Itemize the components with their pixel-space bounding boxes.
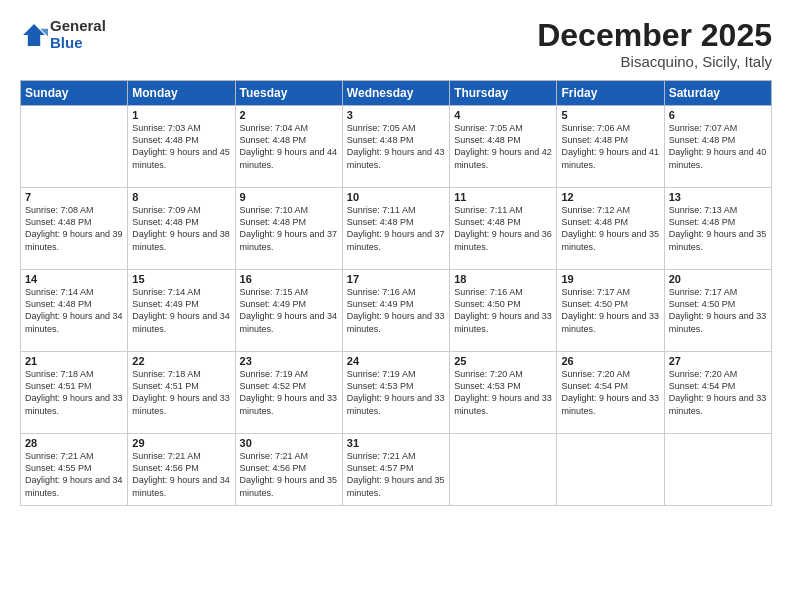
day-number: 23 bbox=[240, 355, 338, 367]
day-info: Sunrise: 7:21 AM Sunset: 4:56 PM Dayligh… bbox=[132, 450, 230, 499]
day-number: 28 bbox=[25, 437, 123, 449]
calendar-cell: 14Sunrise: 7:14 AM Sunset: 4:48 PM Dayli… bbox=[21, 270, 128, 352]
day-number: 8 bbox=[132, 191, 230, 203]
logo-text: General Blue bbox=[50, 18, 106, 51]
day-info: Sunrise: 7:18 AM Sunset: 4:51 PM Dayligh… bbox=[132, 368, 230, 417]
calendar-cell bbox=[450, 434, 557, 506]
location: Bisacquino, Sicily, Italy bbox=[537, 53, 772, 70]
calendar-cell: 22Sunrise: 7:18 AM Sunset: 4:51 PM Dayli… bbox=[128, 352, 235, 434]
logo: General Blue bbox=[20, 18, 106, 51]
col-header-tuesday: Tuesday bbox=[235, 81, 342, 106]
calendar-cell: 7Sunrise: 7:08 AM Sunset: 4:48 PM Daylig… bbox=[21, 188, 128, 270]
calendar-cell: 17Sunrise: 7:16 AM Sunset: 4:49 PM Dayli… bbox=[342, 270, 449, 352]
calendar-cell: 29Sunrise: 7:21 AM Sunset: 4:56 PM Dayli… bbox=[128, 434, 235, 506]
calendar-cell: 11Sunrise: 7:11 AM Sunset: 4:48 PM Dayli… bbox=[450, 188, 557, 270]
day-info: Sunrise: 7:15 AM Sunset: 4:49 PM Dayligh… bbox=[240, 286, 338, 335]
day-info: Sunrise: 7:06 AM Sunset: 4:48 PM Dayligh… bbox=[561, 122, 659, 171]
calendar-cell: 8Sunrise: 7:09 AM Sunset: 4:48 PM Daylig… bbox=[128, 188, 235, 270]
calendar-cell: 21Sunrise: 7:18 AM Sunset: 4:51 PM Dayli… bbox=[21, 352, 128, 434]
col-header-thursday: Thursday bbox=[450, 81, 557, 106]
day-info: Sunrise: 7:20 AM Sunset: 4:53 PM Dayligh… bbox=[454, 368, 552, 417]
calendar-cell: 23Sunrise: 7:19 AM Sunset: 4:52 PM Dayli… bbox=[235, 352, 342, 434]
calendar-cell bbox=[21, 106, 128, 188]
day-number: 17 bbox=[347, 273, 445, 285]
day-info: Sunrise: 7:16 AM Sunset: 4:49 PM Dayligh… bbox=[347, 286, 445, 335]
title-section: December 2025 Bisacquino, Sicily, Italy bbox=[537, 18, 772, 70]
day-number: 27 bbox=[669, 355, 767, 367]
day-number: 16 bbox=[240, 273, 338, 285]
calendar-cell: 4Sunrise: 7:05 AM Sunset: 4:48 PM Daylig… bbox=[450, 106, 557, 188]
day-info: Sunrise: 7:05 AM Sunset: 4:48 PM Dayligh… bbox=[454, 122, 552, 171]
calendar-cell: 27Sunrise: 7:20 AM Sunset: 4:54 PM Dayli… bbox=[664, 352, 771, 434]
calendar-cell bbox=[664, 434, 771, 506]
day-number: 13 bbox=[669, 191, 767, 203]
day-info: Sunrise: 7:21 AM Sunset: 4:56 PM Dayligh… bbox=[240, 450, 338, 499]
day-info: Sunrise: 7:20 AM Sunset: 4:54 PM Dayligh… bbox=[561, 368, 659, 417]
col-header-saturday: Saturday bbox=[664, 81, 771, 106]
calendar-cell bbox=[557, 434, 664, 506]
day-info: Sunrise: 7:04 AM Sunset: 4:48 PM Dayligh… bbox=[240, 122, 338, 171]
day-info: Sunrise: 7:14 AM Sunset: 4:49 PM Dayligh… bbox=[132, 286, 230, 335]
day-info: Sunrise: 7:19 AM Sunset: 4:53 PM Dayligh… bbox=[347, 368, 445, 417]
calendar: SundayMondayTuesdayWednesdayThursdayFrid… bbox=[20, 80, 772, 506]
day-info: Sunrise: 7:16 AM Sunset: 4:50 PM Dayligh… bbox=[454, 286, 552, 335]
day-info: Sunrise: 7:12 AM Sunset: 4:48 PM Dayligh… bbox=[561, 204, 659, 253]
day-info: Sunrise: 7:03 AM Sunset: 4:48 PM Dayligh… bbox=[132, 122, 230, 171]
day-number: 22 bbox=[132, 355, 230, 367]
day-info: Sunrise: 7:09 AM Sunset: 4:48 PM Dayligh… bbox=[132, 204, 230, 253]
day-number: 24 bbox=[347, 355, 445, 367]
day-info: Sunrise: 7:13 AM Sunset: 4:48 PM Dayligh… bbox=[669, 204, 767, 253]
month-title: December 2025 bbox=[537, 18, 772, 53]
week-row-4: 21Sunrise: 7:18 AM Sunset: 4:51 PM Dayli… bbox=[21, 352, 772, 434]
day-info: Sunrise: 7:08 AM Sunset: 4:48 PM Dayligh… bbox=[25, 204, 123, 253]
calendar-cell: 18Sunrise: 7:16 AM Sunset: 4:50 PM Dayli… bbox=[450, 270, 557, 352]
calendar-cell: 19Sunrise: 7:17 AM Sunset: 4:50 PM Dayli… bbox=[557, 270, 664, 352]
calendar-cell: 1Sunrise: 7:03 AM Sunset: 4:48 PM Daylig… bbox=[128, 106, 235, 188]
day-number: 12 bbox=[561, 191, 659, 203]
calendar-cell: 16Sunrise: 7:15 AM Sunset: 4:49 PM Dayli… bbox=[235, 270, 342, 352]
day-info: Sunrise: 7:10 AM Sunset: 4:48 PM Dayligh… bbox=[240, 204, 338, 253]
day-number: 7 bbox=[25, 191, 123, 203]
calendar-cell: 3Sunrise: 7:05 AM Sunset: 4:48 PM Daylig… bbox=[342, 106, 449, 188]
day-number: 20 bbox=[669, 273, 767, 285]
calendar-cell: 25Sunrise: 7:20 AM Sunset: 4:53 PM Dayli… bbox=[450, 352, 557, 434]
day-number: 4 bbox=[454, 109, 552, 121]
logo-icon bbox=[20, 21, 48, 49]
day-info: Sunrise: 7:21 AM Sunset: 4:55 PM Dayligh… bbox=[25, 450, 123, 499]
logo-blue: Blue bbox=[50, 35, 106, 52]
day-number: 25 bbox=[454, 355, 552, 367]
calendar-cell: 13Sunrise: 7:13 AM Sunset: 4:48 PM Dayli… bbox=[664, 188, 771, 270]
day-number: 2 bbox=[240, 109, 338, 121]
day-number: 18 bbox=[454, 273, 552, 285]
day-info: Sunrise: 7:17 AM Sunset: 4:50 PM Dayligh… bbox=[669, 286, 767, 335]
calendar-cell: 9Sunrise: 7:10 AM Sunset: 4:48 PM Daylig… bbox=[235, 188, 342, 270]
day-number: 6 bbox=[669, 109, 767, 121]
day-number: 5 bbox=[561, 109, 659, 121]
day-number: 26 bbox=[561, 355, 659, 367]
day-number: 31 bbox=[347, 437, 445, 449]
col-header-friday: Friday bbox=[557, 81, 664, 106]
day-number: 30 bbox=[240, 437, 338, 449]
day-number: 1 bbox=[132, 109, 230, 121]
day-number: 19 bbox=[561, 273, 659, 285]
calendar-cell: 5Sunrise: 7:06 AM Sunset: 4:48 PM Daylig… bbox=[557, 106, 664, 188]
day-number: 21 bbox=[25, 355, 123, 367]
calendar-cell: 12Sunrise: 7:12 AM Sunset: 4:48 PM Dayli… bbox=[557, 188, 664, 270]
day-number: 3 bbox=[347, 109, 445, 121]
day-info: Sunrise: 7:18 AM Sunset: 4:51 PM Dayligh… bbox=[25, 368, 123, 417]
day-number: 9 bbox=[240, 191, 338, 203]
day-info: Sunrise: 7:05 AM Sunset: 4:48 PM Dayligh… bbox=[347, 122, 445, 171]
calendar-cell: 15Sunrise: 7:14 AM Sunset: 4:49 PM Dayli… bbox=[128, 270, 235, 352]
calendar-cell: 2Sunrise: 7:04 AM Sunset: 4:48 PM Daylig… bbox=[235, 106, 342, 188]
day-number: 14 bbox=[25, 273, 123, 285]
calendar-header-row: SundayMondayTuesdayWednesdayThursdayFrid… bbox=[21, 81, 772, 106]
day-number: 15 bbox=[132, 273, 230, 285]
svg-marker-0 bbox=[23, 24, 45, 46]
calendar-cell: 28Sunrise: 7:21 AM Sunset: 4:55 PM Dayli… bbox=[21, 434, 128, 506]
page: General Blue December 2025 Bisacquino, S… bbox=[0, 0, 792, 612]
week-row-3: 14Sunrise: 7:14 AM Sunset: 4:48 PM Dayli… bbox=[21, 270, 772, 352]
col-header-monday: Monday bbox=[128, 81, 235, 106]
week-row-2: 7Sunrise: 7:08 AM Sunset: 4:48 PM Daylig… bbox=[21, 188, 772, 270]
day-info: Sunrise: 7:14 AM Sunset: 4:48 PM Dayligh… bbox=[25, 286, 123, 335]
col-header-sunday: Sunday bbox=[21, 81, 128, 106]
